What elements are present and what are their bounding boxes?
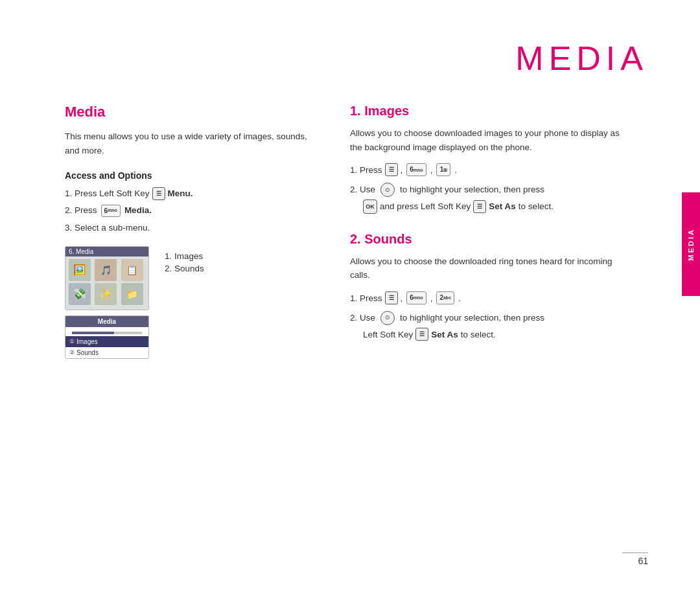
right-column: 1. Images Allows you to choose downloade… bbox=[350, 104, 629, 359]
sounds-body: Allows you to choose the downloaded ring… bbox=[350, 255, 629, 282]
access-options-title: Access and Options bbox=[65, 170, 311, 181]
soft-key-icon-snd1: ☰ bbox=[385, 291, 398, 304]
submenu-list: 1. Images 2. Sounds bbox=[165, 251, 204, 276]
nav-icon-img: ⊙ bbox=[380, 183, 395, 197]
page-title-area: MEDIA bbox=[515, 39, 648, 78]
soft-key-icon-img1: ☰ bbox=[385, 163, 398, 176]
phone-screens: 6. Media 🖼️ 🎵 📋 bbox=[65, 246, 149, 359]
images-step-2: 2. Use ⊙ to highlight your selection, th… bbox=[350, 183, 629, 214]
key-1abc-img: 1⊞ bbox=[436, 163, 450, 176]
sounds-heading: 2. Sounds bbox=[350, 232, 629, 247]
side-tab-text: MEDIA bbox=[687, 228, 695, 260]
screen2-item-2: ② Sounds bbox=[65, 347, 148, 358]
page-divider bbox=[622, 552, 648, 553]
step-3: 3. Select a sub-menu. bbox=[65, 222, 311, 234]
soft-key-icon-snd2: ☰ bbox=[415, 328, 428, 341]
page-number: 61 bbox=[638, 556, 648, 566]
step-2: 2. Press 6mno Media. bbox=[65, 204, 311, 217]
grid-cell-1: 🖼️ bbox=[69, 259, 91, 281]
images-steps: 1. Press ☰ , 6mno , 1⊞ . 2. Use ⊙ to hig… bbox=[350, 163, 629, 214]
key-2abc-snd: 2abc bbox=[436, 291, 454, 304]
grid-cell-5: ✨ bbox=[95, 283, 117, 305]
images-body: Allows you to choose downloaded images t… bbox=[350, 126, 629, 154]
page-title: MEDIA bbox=[515, 40, 648, 77]
left-section-title: Media bbox=[65, 104, 311, 120]
screen2-progress-area bbox=[65, 327, 148, 334]
left-column: Media This menu allows you to use a wide… bbox=[65, 104, 311, 359]
screen1-grid: 🖼️ 🎵 📋 💸 ✨ bbox=[69, 259, 145, 305]
phone-screen-2: Media ① Images ② Sounds bbox=[65, 315, 149, 359]
sounds-step-1: 1. Press ☰ , 6mno , 2abc . bbox=[350, 291, 629, 306]
key-6mno-img: 6mno bbox=[406, 163, 426, 176]
progress-bar-container bbox=[72, 332, 142, 334]
left-steps-list: 1. Press Left Soft Key ☰ Menu. 2. Press … bbox=[65, 187, 311, 234]
images-heading: 1. Images bbox=[350, 104, 629, 119]
submenu-area: 6. Media 🖼️ 🎵 📋 bbox=[65, 246, 311, 359]
sounds-steps: 1. Press ☰ , 6mno , 2abc . 2. Use ⊙ to h… bbox=[350, 291, 629, 341]
screen1-header: 6. Media bbox=[65, 247, 148, 256]
phone-screen-1: 6. Media 🖼️ 🎵 📋 bbox=[65, 246, 149, 310]
screen1-body: 🖼️ 🎵 📋 💸 ✨ bbox=[65, 256, 148, 310]
grid-cell-4: 💸 bbox=[69, 283, 91, 305]
step-1: 1. Press Left Soft Key ☰ Menu. bbox=[65, 187, 311, 200]
section-images: 1. Images Allows you to choose downloade… bbox=[350, 104, 629, 214]
side-tab: MEDIA bbox=[682, 192, 700, 296]
nav-icon-snd: ⊙ bbox=[380, 311, 395, 325]
key-6mno-1: 6mno bbox=[101, 205, 121, 217]
soft-key-icon-img2: ☰ bbox=[473, 200, 486, 213]
submenu-item-1: 1. Images bbox=[165, 251, 204, 261]
section-sounds: 2. Sounds Allows you to choose the downl… bbox=[350, 232, 629, 341]
submenu-item-2: 2. Sounds bbox=[165, 264, 204, 273]
grid-cell-3: 📋 bbox=[121, 259, 143, 281]
sounds-step-2: 2. Use ⊙ to highlight your selection, th… bbox=[350, 311, 629, 342]
grid-cell-6: 📁 bbox=[121, 283, 143, 305]
screen2-header: Media bbox=[65, 316, 148, 327]
left-intro-text: This menu allows you to use a wide varie… bbox=[65, 130, 311, 157]
progress-bar bbox=[72, 332, 114, 334]
screen2-item-1: ① Images bbox=[65, 336, 148, 347]
soft-key-icon-1: ☰ bbox=[152, 187, 165, 200]
images-step-1: 1. Press ☰ , 6mno , 1⊞ . bbox=[350, 163, 629, 177]
key-6mno-snd: 6mno bbox=[406, 291, 426, 304]
ok-icon-img: OK bbox=[363, 199, 377, 214]
grid-cell-2: 🎵 bbox=[95, 259, 117, 281]
